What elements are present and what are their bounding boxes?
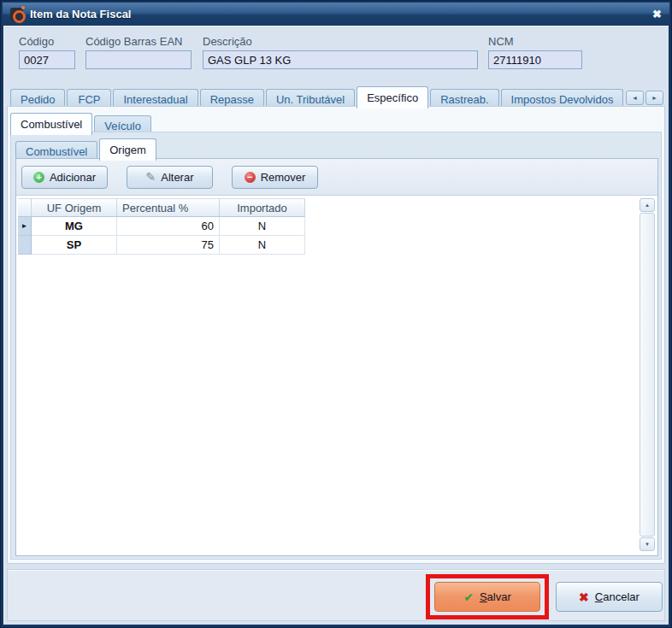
dialog-footer: ✔ Salvar ✖ Cancelar [7,569,665,621]
cancelar-label: Cancelar [595,590,640,603]
remover-label: Remover [261,171,306,184]
check-icon: ✔ [463,591,474,603]
scrollbar-thumb[interactable] [640,213,655,537]
codigo-input[interactable] [19,50,75,69]
title-bar: Item da Nota Fiscal ✖ [3,3,669,26]
remover-button[interactable]: − Remover [232,166,318,189]
ncm-input[interactable] [488,50,582,69]
tab-scroll-right-icon[interactable]: ► [645,91,663,105]
cell-percentual: 60 [117,217,220,236]
field-codigo-barras-ean: Código Barras EAN [85,35,192,69]
codigo-barras-ean-label: Código Barras EAN [85,35,192,48]
origem-table: UF Origem Percentual % Importado ► MG 60… [18,198,305,255]
alterar-label: Alterar [161,171,193,184]
window-title: Item da Nota Fiscal [30,8,131,21]
vertical-scrollbar[interactable]: ▲ ▼ [640,198,655,551]
tab-combustivel[interactable]: Combustível [10,113,92,135]
codigo-label: Código [19,35,75,48]
tabpage-especifico: Combustível Veículo Combustível Origem +… [7,106,665,564]
dialog-body: Código Código Barras EAN Descrição NCM P… [3,26,669,625]
dialog-item-nota-fiscal: Item da Nota Fiscal ✖ Código Código Barr… [0,0,672,628]
cell-importado: N [220,236,305,255]
alterar-button[interactable]: ✎ Alterar [127,166,213,189]
cell-uf-origem: SP [32,236,117,255]
app-icon [10,8,23,21]
salvar-button[interactable]: ✔ Salvar [434,582,540,612]
adicionar-button[interactable]: + Adicionar [21,166,108,189]
field-codigo: Código [19,35,75,69]
field-descricao: Descrição [203,35,478,69]
table-header-row: UF Origem Percentual % Importado [18,198,305,217]
descricao-input[interactable] [203,50,478,69]
col-header-importado[interactable]: Importado [220,198,305,217]
minus-icon: − [245,172,256,183]
row-selector-header [18,198,32,217]
x-icon: ✖ [579,591,589,603]
adicionar-label: Adicionar [50,171,96,184]
table-row[interactable]: SP 75 N [18,236,305,255]
cell-importado: N [220,217,305,236]
scroll-down-icon[interactable]: ▼ [640,537,655,551]
origem-toolbar: + Adicionar ✎ Alterar − Remover [16,159,657,196]
field-ncm: NCM [488,35,582,69]
plus-icon: + [33,172,44,183]
descricao-label: Descrição [203,35,478,48]
cell-uf-origem: MG [32,217,117,236]
cell-percentual: 75 [117,236,220,255]
tab-scroll-left-icon[interactable]: ◄ [626,91,644,105]
cancelar-button[interactable]: ✖ Cancelar [556,582,663,612]
row-selector-cell [18,236,32,255]
tabpage-combustivel: Combustível Origem + Adicionar ✎ Alterar [10,132,662,560]
tab-scroll-buttons: ◄ ► [626,91,663,105]
col-header-uf-origem[interactable]: UF Origem [32,198,117,217]
scroll-up-icon[interactable]: ▲ [640,198,655,212]
tabpage-origem: + Adicionar ✎ Alterar − Remover [15,158,658,556]
codigo-barras-ean-input[interactable] [85,50,192,69]
row-selector-cell: ► [18,217,32,236]
close-icon[interactable]: ✖ [652,9,662,20]
salvar-label: Salvar [480,590,511,603]
pencil-icon: ✎ [145,172,156,183]
current-row-pointer-icon: ► [21,223,28,230]
col-header-percentual[interactable]: Percentual % [117,198,220,217]
tab-origem[interactable]: Origem [99,138,156,161]
ncm-label: NCM [488,35,582,48]
table-row[interactable]: ► MG 60 N [18,217,305,236]
tab-especifico[interactable]: Específico [357,86,428,109]
